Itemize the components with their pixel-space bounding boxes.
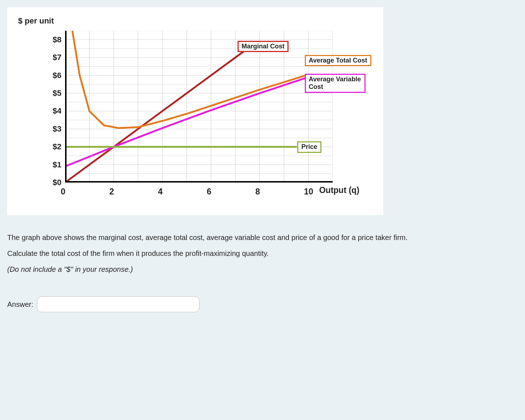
legend-marginal-cost: Marginal Cost [238,41,289,52]
y-tick: $4 [46,106,61,116]
answer-label: Answer: [7,300,33,309]
cost-chart: $ per unit $0$1$2$3$4$5$6$7$80246810Outp… [7,7,383,215]
x-tick: 2 [110,187,114,197]
legend-average-variable-cost: Average Variable Cost [305,74,366,93]
x-tick: 4 [158,187,163,197]
x-tick: 10 [304,187,313,197]
chart-plot-area [65,31,333,183]
y-tick: $2 [46,142,61,151]
legend-average-total-cost: Average Total Cost [305,55,371,67]
question-paragraph-2: Calculate the total cost of the firm whe… [7,248,518,259]
y-tick: $8 [46,35,61,44]
x-axis-label: Output (q) [319,185,359,195]
y-tick: $3 [46,124,61,134]
answer-input[interactable] [37,296,200,312]
x-tick: 6 [207,187,212,197]
x-tick: 8 [255,187,260,197]
y-tick: $5 [46,89,61,98]
y-tick: $0 [46,178,61,187]
legend-price: Price [297,141,321,153]
x-tick: 0 [61,187,65,197]
question-paragraph-1: The graph above shows the marginal cost,… [7,232,518,243]
y-tick: $7 [46,53,61,62]
question-instruction: (Do not include a "$" in your response.) [7,264,518,275]
y-tick: $1 [46,160,61,170]
y-tick: $6 [46,71,61,80]
y-axis-label: $ per unit [18,16,54,26]
